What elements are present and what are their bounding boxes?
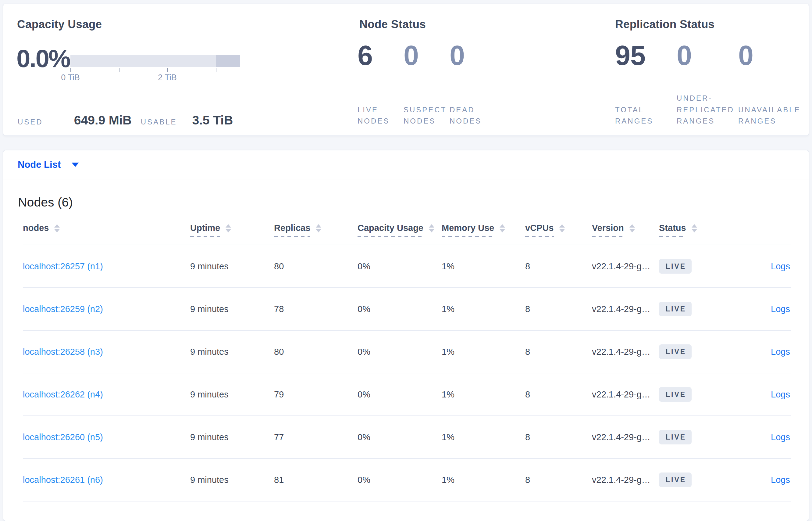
capacity-usage-cell: 0% <box>358 245 441 288</box>
metric-label: TOTAL RANGES <box>615 104 677 127</box>
replication-status-metrics: 95TOTAL RANGES0UNDER-REPLICATED RANGES0U… <box>615 42 812 127</box>
replicas-cell: 80 <box>274 330 358 373</box>
column-label: nodes <box>23 223 49 237</box>
nodes-table-section: Nodes (6) nodesUptimeReplicasCapacity Us… <box>3 179 809 511</box>
replicas-cell: 77 <box>274 416 358 458</box>
sort-arrows-icon <box>54 224 60 232</box>
column-label: Replicas <box>274 223 310 237</box>
summary-metric: 0UNAVAILABLE RANGES <box>738 42 812 127</box>
capacity-usage-cell: 0% <box>358 288 441 330</box>
summary-metric: 0DEAD NODES <box>450 42 496 127</box>
capacity-stats: USED 649.9 MiB USABLE 3.5 TiB <box>18 113 233 128</box>
column-header-uptime[interactable]: Uptime <box>190 221 274 245</box>
memory-use-cell: 1% <box>441 330 525 373</box>
cluster-summary-card: Capacity Usage 0.0% 0 TiB2 TiB USED 649.… <box>3 4 809 136</box>
axis-tick <box>216 68 216 72</box>
replicas-cell: 80 <box>274 245 358 288</box>
column-label: vCPUs <box>525 223 554 237</box>
axis-tick <box>167 68 168 72</box>
node-link[interactable]: localhost:26257 (n1) <box>23 262 103 271</box>
node-link[interactable]: localhost:26262 (n4) <box>23 389 103 399</box>
sort-arrows-icon <box>500 224 505 232</box>
sort-arrows-icon <box>559 224 565 232</box>
column-header-memory_use[interactable]: Memory Use <box>441 221 525 245</box>
capacity-usage-cell: 0% <box>358 458 441 501</box>
node-address-cell: localhost:26257 (n1) <box>23 245 190 288</box>
nodes-table: nodesUptimeReplicasCapacity UsageMemory … <box>23 221 791 501</box>
logs-link[interactable]: Logs <box>771 262 790 271</box>
metric-value: 0 <box>404 42 450 69</box>
node-link[interactable]: localhost:26260 (n5) <box>23 432 103 442</box>
memory-use-cell: 1% <box>441 245 525 288</box>
capacity-usage-cell: 0% <box>358 330 441 373</box>
logs-link[interactable]: Logs <box>771 347 790 357</box>
memory-use-cell: 1% <box>441 416 525 458</box>
logs-cell: Logs <box>735 330 791 373</box>
summary-metric: 95TOTAL RANGES <box>615 42 677 127</box>
metric-value: 95 <box>615 42 677 69</box>
version-cell: v22.1.4-29-g… <box>592 416 659 458</box>
column-label: Memory Use <box>441 223 494 237</box>
node-link[interactable]: localhost:26259 (n2) <box>23 304 103 314</box>
column-header-version[interactable]: Version <box>592 221 659 245</box>
uptime-cell: 9 minutes <box>190 245 274 288</box>
logs-link[interactable]: Logs <box>771 304 790 314</box>
uptime-cell: 9 minutes <box>190 330 274 373</box>
node-list-card: Node List Nodes (6) nodesUptimeReplicasC… <box>3 150 809 521</box>
capacity-used-percent: 0.0% <box>17 44 70 73</box>
capacity-bar-track <box>70 55 240 67</box>
node-address-cell: localhost:26260 (n5) <box>23 416 190 458</box>
node-table-row: localhost:26258 (n3)9 minutes800%1%8v22.… <box>23 330 791 373</box>
status-cell: LIVE <box>659 245 735 288</box>
sort-arrows-icon <box>429 224 434 232</box>
node-address-cell: localhost:26261 (n6) <box>23 458 190 501</box>
logs-cell: Logs <box>735 373 791 416</box>
column-header-status[interactable]: Status <box>659 221 735 245</box>
uptime-cell: 9 minutes <box>190 416 274 458</box>
sort-arrows-icon <box>692 224 697 232</box>
sort-arrows-icon <box>316 224 321 232</box>
used-label: USED <box>18 118 43 126</box>
node-link[interactable]: localhost:26258 (n3) <box>23 347 103 357</box>
summary-metric: 0UNDER-REPLICATED RANGES <box>677 42 738 127</box>
sort-arrows-icon <box>629 224 635 232</box>
metric-value: 0 <box>677 42 738 69</box>
status-badge: LIVE <box>659 344 692 359</box>
node-status-metrics: 6LIVE NODES0SUSPECT NODES0DEAD NODES <box>358 42 496 127</box>
capacity-usage-cell: 0% <box>358 416 441 458</box>
node-table-row: localhost:26259 (n2)9 minutes780%1%8v22.… <box>23 288 791 330</box>
vcpus-cell: 8 <box>525 288 592 330</box>
view-selector-bar: Node List <box>3 151 809 179</box>
vcpus-cell: 8 <box>525 416 592 458</box>
column-header-replicas[interactable]: Replicas <box>274 221 358 245</box>
logs-link[interactable]: Logs <box>771 389 790 399</box>
summary-metric: 6LIVE NODES <box>358 42 404 127</box>
node-link[interactable]: localhost:26261 (n6) <box>23 475 103 485</box>
metric-label: UNDER-REPLICATED RANGES <box>677 92 738 127</box>
replicas-cell: 81 <box>274 458 358 501</box>
capacity-usage-title: Capacity Usage <box>17 18 102 31</box>
version-cell: v22.1.4-29-g… <box>592 458 659 501</box>
logs-link[interactable]: Logs <box>771 475 790 485</box>
metric-label: SUSPECT NODES <box>404 104 450 127</box>
status-cell: LIVE <box>659 288 735 330</box>
column-header-capacity_usage[interactable]: Capacity Usage <box>358 221 441 245</box>
column-header-logs <box>735 221 791 245</box>
uptime-cell: 9 minutes <box>190 373 274 416</box>
logs-link[interactable]: Logs <box>771 432 790 442</box>
capacity-axis-ticks <box>70 67 240 72</box>
column-header-node[interactable]: nodes <box>23 221 190 245</box>
version-cell: v22.1.4-29-g… <box>592 288 659 330</box>
memory-use-cell: 1% <box>441 373 525 416</box>
column-header-vcpus[interactable]: vCPUs <box>525 221 592 245</box>
view-selector-dropdown[interactable]: Node List <box>18 159 79 170</box>
uptime-cell: 9 minutes <box>190 458 274 501</box>
node-status-title: Node Status <box>359 18 426 31</box>
sort-arrows-icon <box>225 224 231 232</box>
logs-cell: Logs <box>735 288 791 330</box>
node-address-cell: localhost:26259 (n2) <box>23 288 190 330</box>
column-label: Uptime <box>190 223 220 237</box>
metric-label: LIVE NODES <box>358 104 404 127</box>
axis-tick <box>70 68 71 72</box>
overview-page: Capacity Usage 0.0% 0 TiB2 TiB USED 649.… <box>0 0 812 521</box>
